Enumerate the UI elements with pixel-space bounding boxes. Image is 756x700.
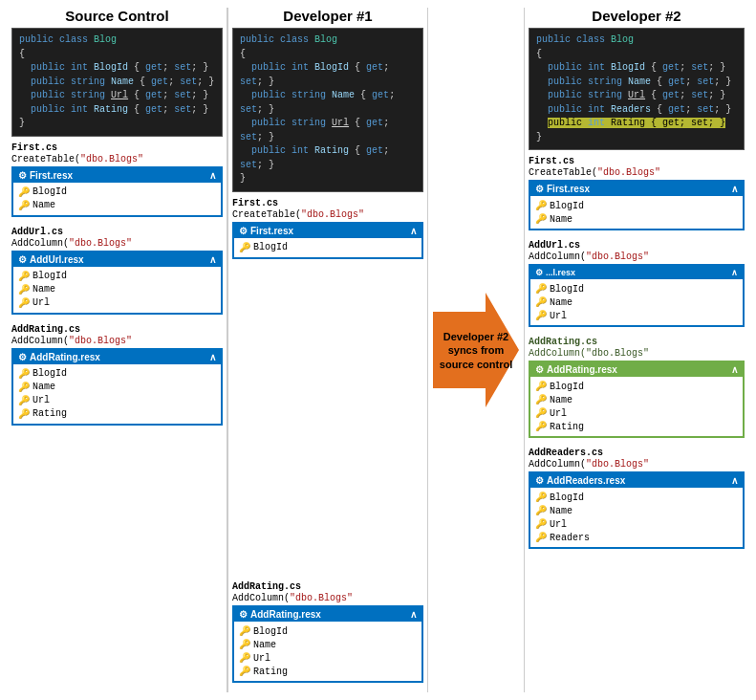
sc-migration-addurl: AddUrl.cs AddColumn("dbo.Blogs" ⚙ AddUrl… xyxy=(11,227,223,318)
source-control-code: public class Blog { public int BlogId { … xyxy=(11,28,223,137)
source-control-title: Source Control xyxy=(11,8,223,24)
sync-arrow: Developer #2 syncs from source control xyxy=(433,293,519,407)
dev2-addreaders-resx: ⚙ AddReaders.resx ∧ 🔑 BlogId 🔑 Name 🔑 Ur… xyxy=(529,471,745,549)
dev1-first-resx: ⚙ First.resx ∧ 🔑 BlogId xyxy=(232,222,423,259)
dev2-migration-addreaders: AddReaders.cs AddColumn("dbo.Blogs" ⚙ Ad… xyxy=(529,448,745,553)
dev2-migration-first: First.cs CreateTable("dbo.Blogs" ⚙ First… xyxy=(529,156,745,234)
sc-addurl-resx: ⚙ AddUrl.resx ∧ 🔑 BlogId 🔑 Name 🔑 Url xyxy=(11,251,223,315)
developer2-code: public class Blog { public int BlogId { … xyxy=(529,28,745,150)
dev1-addrating-resx: ⚙ AddRating.resx ∧ 🔑 BlogId 🔑 Name 🔑 Url… xyxy=(232,605,423,683)
developer2-column: Developer #2 public class Blog { public … xyxy=(524,8,748,692)
svg-marker-0 xyxy=(433,293,519,407)
dev2-addurl-resx: ⚙ ...l.resx ∧ 🔑 BlogId 🔑 Name 🔑 Url xyxy=(529,264,745,327)
dev2-migration-addrating: AddRating.cs AddColumn("dbo.Blogs" ⚙ Add… xyxy=(529,337,745,442)
dev2-migration-addurl: AddUrl.cs AddColumn("dbo.Blogs" ⚙ ...l.r… xyxy=(529,240,745,331)
sc-addrating-resx: ⚙ AddRating.resx ∧ 🔑 BlogId 🔑 Name 🔑 Url… xyxy=(11,348,223,426)
dev2-addrating-resx: ⚙ AddRating.resx ∧ 🔑 BlogId 🔑 Name 🔑 Url… xyxy=(529,361,745,438)
developer2-title: Developer #2 xyxy=(529,8,745,24)
developer1-code: public class Blog { public int BlogId { … xyxy=(232,28,423,192)
dev1-migration-first: First.cs CreateTable("dbo.Blogs" ⚙ First… xyxy=(232,198,423,263)
dev1-center-area xyxy=(232,297,423,554)
developer1-column: Developer #1 public class Blog { public … xyxy=(227,8,428,692)
source-control-column: Source Control public class Blog { publi… xyxy=(8,8,227,692)
dev1-migration-addrating: AddRating.cs AddColumn("dbo.Blogs" ⚙ Add… xyxy=(232,581,423,687)
developer1-title: Developer #1 xyxy=(232,8,423,24)
sc-migration-first: First.cs CreateTable("dbo.Blogs" ⚙ First… xyxy=(11,142,223,221)
sc-first-resx: ⚙ First.resx ∧ 🔑 BlogId 🔑 Name xyxy=(11,166,223,217)
main-container: Source Control public class Blog { publi… xyxy=(0,0,756,700)
dev2-first-resx: ⚙ First.resx ∧ 🔑 BlogId 🔑 Name xyxy=(529,180,745,230)
sc-migration-addrating: AddRating.cs AddColumn("dbo.Blogs" ⚙ Add… xyxy=(11,324,223,429)
arrow-column: Developer #2 syncs from source control xyxy=(428,8,524,692)
